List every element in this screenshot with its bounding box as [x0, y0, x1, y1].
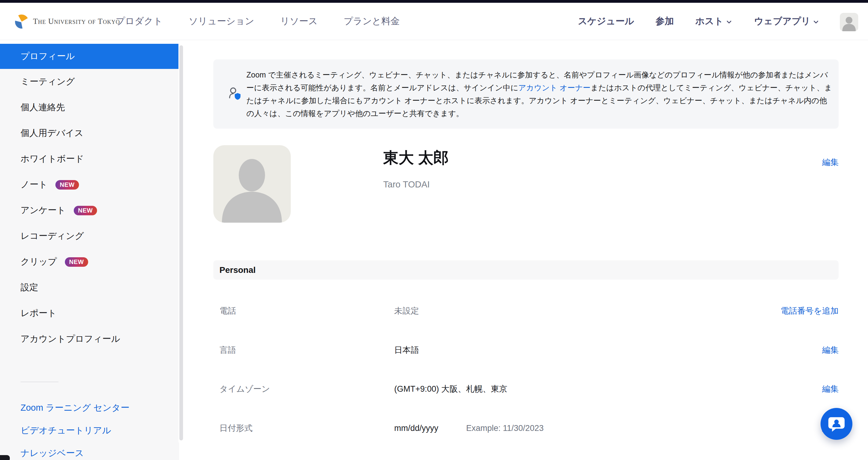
nav-item-label: ソリューション — [189, 15, 254, 28]
chevron-down-icon — [725, 18, 733, 26]
nav-item-label: スケジュール — [578, 15, 634, 28]
sidebar-item-label: アカウントプロフィール — [21, 333, 120, 345]
sidebar-item[interactable]: レポート — [0, 300, 179, 326]
personal-row: 電話 未設定 電話番号を追加 — [213, 303, 839, 319]
row-value: (GMT+9:00) 大阪、札幌、東京 — [394, 381, 507, 397]
sidebar-item[interactable]: 個人連絡先 — [0, 95, 179, 120]
privacy-notice-text: Zoom で主催されるミーティング、ウェビナー、チャット、またはチャネルに参加す… — [246, 68, 835, 120]
sidebar-item[interactable]: ホワイトボード — [0, 146, 179, 172]
nav-item[interactable]: ソリューション — [189, 15, 254, 28]
section-title: Personal — [219, 265, 255, 275]
sidebar-item[interactable]: プロフィール — [0, 44, 179, 69]
help-chat-icon — [828, 415, 845, 433]
new-badge: NEW — [74, 206, 97, 215]
sidebar-footer-links: Zoom ラーニング センタービデオチュートリアルナレッジベース — [0, 399, 179, 460]
row-label: 言語 — [219, 342, 236, 358]
new-badge: NEW — [55, 180, 79, 190]
row-action-link[interactable]: 編集 — [822, 381, 839, 397]
sidebar-item[interactable]: ミーティング — [0, 69, 179, 95]
sidebar-item-label: ホワイトボード — [21, 153, 84, 165]
nav-item[interactable]: スケジュール — [578, 15, 634, 28]
row-extra: Example: 11/30/2023 — [466, 420, 544, 436]
status-tooltip-fragment — [0, 455, 10, 460]
university-logo[interactable]: The University of Tokyo — [15, 3, 120, 40]
logo-text: The University of Tokyo — [33, 17, 120, 26]
privacy-notice: Zoom で主催されるミーティング、ウェビナー、チャット、またはチャネルに参加す… — [213, 59, 839, 128]
primary-nav: プロダクト ソリューション リソース プランと料金 — [116, 3, 400, 40]
nav-item-label: ウェブアプリ — [754, 15, 810, 28]
nav-item[interactable]: ウェブアプリ — [754, 15, 819, 28]
sidebar-item-label: 設定 — [21, 282, 38, 294]
sidebar-footer-link[interactable]: Zoom ラーニング センター — [0, 399, 179, 416]
sidebar-item[interactable]: ノート NEW — [0, 172, 179, 198]
new-badge: NEW — [65, 257, 88, 267]
sidebar-scrollbar-track — [179, 44, 184, 442]
row-value: 未設定 — [394, 303, 419, 319]
row-action-link[interactable]: 電話番号を追加 — [780, 303, 839, 319]
sidebar-item-label: プロフィール — [21, 50, 75, 62]
nav-item[interactable]: 参加 — [656, 15, 674, 28]
help-button[interactable] — [820, 408, 852, 440]
avatar-icon — [213, 145, 291, 223]
personal-section-header: Personal — [213, 260, 839, 280]
personal-row: 日付形式 mm/dd/yyyy Example: 11/30/2023 編集 — [213, 420, 839, 436]
nav-item[interactable]: ホスト — [695, 15, 733, 28]
sidebar-item-label: ノート — [21, 178, 48, 191]
site-header: The University of Tokyo プロダクト ソリューション リソ… — [0, 3, 868, 40]
ginkgo-leaf-icon — [15, 14, 29, 29]
account-nav: スケジュール 参加 ホスト ウェブアプリ — [578, 3, 819, 40]
nav-item-label: プランと料金 — [344, 15, 400, 28]
row-value: mm/dd/yyyy — [394, 420, 438, 436]
sidebar-item[interactable]: 個人用デバイス — [0, 120, 179, 146]
personal-row: タイムゾーン (GMT+9:00) 大阪、札幌、東京 編集 — [213, 381, 839, 397]
sidebar-items: プロフィール ミーティング 個人連絡先 個人用デバイス ホワイトボード ノート … — [0, 44, 179, 352]
person-shield-icon — [228, 87, 242, 101]
nav-item[interactable]: プランと料金 — [344, 15, 400, 28]
sidebar-scrollbar-thumb[interactable] — [179, 45, 183, 440]
nav-item-label: ホスト — [695, 15, 723, 28]
sidebar-footer-link[interactable]: ナレッジベース — [0, 445, 179, 460]
account-owner-link[interactable]: アカウント オーナー — [518, 83, 590, 92]
chevron-down-icon — [812, 18, 819, 26]
display-name: 東大 太郎 — [383, 148, 449, 168]
sidebar-item-label: レポート — [21, 307, 57, 319]
sidebar-item[interactable]: クリップ NEW — [0, 249, 179, 275]
sidebar-item-label: ミーティング — [21, 76, 75, 88]
sidebar-item-label: 個人用デバイス — [21, 127, 84, 139]
row-label: 電話 — [219, 303, 236, 319]
profile-edit-link[interactable]: 編集 — [747, 157, 839, 168]
personal-row: 言語 日本語 編集 — [213, 342, 839, 358]
sidebar-item[interactable]: レコーディング — [0, 223, 179, 249]
browser-top-strip — [0, 0, 868, 3]
profile-avatar — [213, 145, 291, 223]
user-avatar[interactable] — [840, 13, 858, 31]
nav-item[interactable]: プロダクト — [116, 15, 163, 28]
nav-item-label: リソース — [280, 15, 318, 28]
romanized-name: Taro TODAI — [383, 179, 430, 190]
sidebar-footer-link[interactable]: ビデオチュートリアル — [0, 422, 179, 438]
zoom-web-portal-profile-page: The University of Tokyo プロダクト ソリューション リソ… — [0, 0, 868, 460]
row-label: タイムゾーン — [219, 381, 270, 397]
sidebar-item-label: クリップ — [21, 256, 57, 268]
avatar-icon — [840, 13, 858, 31]
sidebar-item-label: レコーディング — [21, 230, 84, 242]
nav-item-label: 参加 — [656, 15, 674, 28]
sidebar-divider — [21, 382, 58, 382]
nav-item-label: プロダクト — [116, 15, 163, 28]
sidebar-item-label: アンケート — [21, 204, 66, 217]
row-label: 日付形式 — [219, 420, 252, 436]
row-value: 日本語 — [394, 342, 419, 358]
sidebar-item-label: 個人連絡先 — [21, 102, 65, 114]
sidebar: プロフィール ミーティング 個人連絡先 個人用デバイス ホワイトボード ノート … — [0, 44, 179, 460]
sidebar-item[interactable]: 設定 — [0, 275, 179, 300]
sidebar-item[interactable]: アカウントプロフィール — [0, 326, 179, 352]
nav-item[interactable]: リソース — [280, 15, 318, 28]
row-action-link[interactable]: 編集 — [822, 342, 839, 358]
sidebar-item[interactable]: アンケート NEW — [0, 198, 179, 223]
